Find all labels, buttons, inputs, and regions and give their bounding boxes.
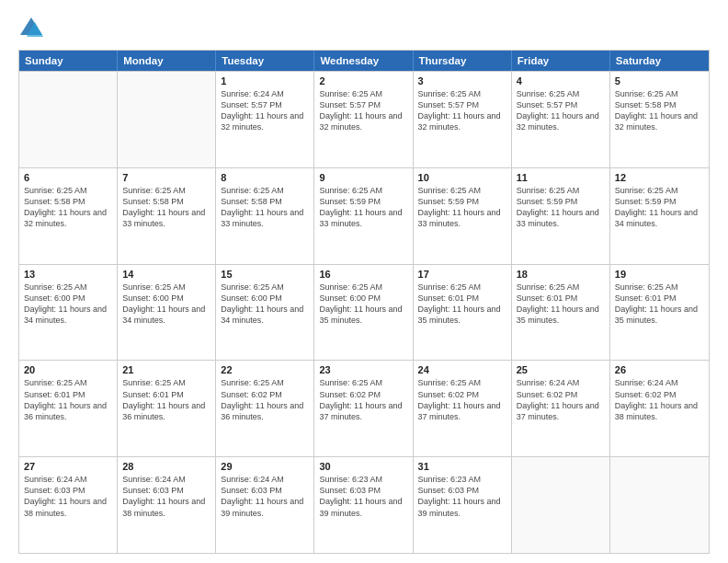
day-number: 21 [122,364,210,375]
day-info: Sunrise: 6:25 AMSunset: 5:58 PMDaylight:… [122,185,210,230]
day-number: 23 [319,364,407,375]
day-info: Sunrise: 6:25 AMSunset: 5:59 PMDaylight:… [615,185,704,230]
cal-cell: 30Sunrise: 6:23 AMSunset: 6:03 PMDayligh… [314,457,413,553]
day-info: Sunrise: 6:25 AMSunset: 6:02 PMDaylight:… [418,377,506,422]
cal-cell: 23Sunrise: 6:25 AMSunset: 6:02 PMDayligh… [314,361,413,456]
day-number: 12 [615,172,704,183]
day-info: Sunrise: 6:25 AMSunset: 6:01 PMDaylight:… [517,282,605,327]
cal-header-saturday: Saturday [610,51,709,71]
day-number: 16 [319,269,407,280]
day-number: 30 [319,461,407,472]
cal-cell: 5Sunrise: 6:25 AMSunset: 5:58 PMDaylight… [610,72,709,167]
cal-week-2: 6Sunrise: 6:25 AMSunset: 5:58 PMDaylight… [19,167,709,264]
cal-cell [19,72,118,167]
day-info: Sunrise: 6:25 AMSunset: 6:00 PMDaylight:… [122,282,210,327]
day-info: Sunrise: 6:25 AMSunset: 6:00 PMDaylight:… [319,282,407,327]
day-number: 28 [122,461,210,472]
day-number: 6 [24,172,112,183]
day-info: Sunrise: 6:23 AMSunset: 6:03 PMDaylight:… [319,474,407,519]
day-info: Sunrise: 6:24 AMSunset: 6:03 PMDaylight:… [221,474,309,519]
cal-header-monday: Monday [118,51,216,71]
calendar-header-row: SundayMondayTuesdayWednesdayThursdayFrid… [19,51,709,71]
day-info: Sunrise: 6:25 AMSunset: 6:01 PMDaylight:… [24,377,112,422]
cal-cell [118,72,216,167]
cal-cell: 11Sunrise: 6:25 AMSunset: 5:59 PMDayligh… [512,168,610,264]
day-info: Sunrise: 6:25 AMSunset: 6:01 PMDaylight:… [418,282,506,327]
day-number: 25 [517,364,605,375]
day-info: Sunrise: 6:25 AMSunset: 5:59 PMDaylight:… [418,185,506,230]
day-info: Sunrise: 6:24 AMSunset: 6:03 PMDaylight:… [122,474,210,519]
day-number: 4 [517,75,605,86]
day-number: 2 [319,75,407,86]
cal-week-3: 13Sunrise: 6:25 AMSunset: 6:00 PMDayligh… [19,264,709,361]
day-number: 9 [319,172,407,183]
cal-cell: 20Sunrise: 6:25 AMSunset: 6:01 PMDayligh… [19,361,118,456]
cal-cell: 19Sunrise: 6:25 AMSunset: 6:01 PMDayligh… [610,265,709,361]
day-info: Sunrise: 6:25 AMSunset: 6:02 PMDaylight:… [221,377,309,422]
header [18,15,710,40]
day-info: Sunrise: 6:25 AMSunset: 5:58 PMDaylight:… [615,88,704,133]
day-number: 19 [615,269,704,280]
day-number: 3 [418,75,506,86]
cal-cell: 31Sunrise: 6:23 AMSunset: 6:03 PMDayligh… [414,457,512,553]
day-info: Sunrise: 6:25 AMSunset: 5:59 PMDaylight:… [319,185,407,230]
day-number: 15 [221,269,309,280]
day-number: 29 [221,461,309,472]
cal-cell: 26Sunrise: 6:24 AMSunset: 6:02 PMDayligh… [610,361,709,456]
day-number: 22 [221,364,309,375]
cal-cell: 15Sunrise: 6:25 AMSunset: 6:00 PMDayligh… [216,265,314,361]
day-number: 27 [24,461,112,472]
day-number: 14 [122,269,210,280]
cal-cell: 14Sunrise: 6:25 AMSunset: 6:00 PMDayligh… [118,265,216,361]
cal-week-4: 20Sunrise: 6:25 AMSunset: 6:01 PMDayligh… [19,360,709,456]
cal-cell: 13Sunrise: 6:25 AMSunset: 6:00 PMDayligh… [19,265,118,361]
cal-cell: 12Sunrise: 6:25 AMSunset: 5:59 PMDayligh… [610,168,709,264]
day-info: Sunrise: 6:24 AMSunset: 6:03 PMDaylight:… [24,474,112,519]
cal-cell: 28Sunrise: 6:24 AMSunset: 6:03 PMDayligh… [118,457,216,553]
day-info: Sunrise: 6:24 AMSunset: 5:57 PMDaylight:… [221,88,309,133]
day-number: 18 [517,269,605,280]
logo [18,15,50,40]
cal-cell: 4Sunrise: 6:25 AMSunset: 5:57 PMDaylight… [512,72,610,167]
cal-cell: 10Sunrise: 6:25 AMSunset: 5:59 PMDayligh… [414,168,512,264]
day-number: 24 [418,364,506,375]
day-number: 26 [615,364,704,375]
day-info: Sunrise: 6:25 AMSunset: 5:58 PMDaylight:… [24,185,112,230]
cal-cell: 7Sunrise: 6:25 AMSunset: 5:58 PMDaylight… [118,168,216,264]
page: SundayMondayTuesdayWednesdayThursdayFrid… [0,0,728,563]
cal-cell: 9Sunrise: 6:25 AMSunset: 5:59 PMDaylight… [314,168,413,264]
day-number: 13 [24,269,112,280]
day-info: Sunrise: 6:25 AMSunset: 6:01 PMDaylight:… [122,377,210,422]
day-info: Sunrise: 6:24 AMSunset: 6:02 PMDaylight:… [517,377,605,422]
cal-cell: 25Sunrise: 6:24 AMSunset: 6:02 PMDayligh… [512,361,610,456]
cal-cell: 6Sunrise: 6:25 AMSunset: 5:58 PMDaylight… [19,168,118,264]
day-info: Sunrise: 6:24 AMSunset: 6:02 PMDaylight:… [615,377,704,422]
cal-cell [512,457,610,553]
day-info: Sunrise: 6:25 AMSunset: 5:57 PMDaylight:… [517,88,605,133]
day-info: Sunrise: 6:25 AMSunset: 5:57 PMDaylight:… [418,88,506,133]
day-number: 17 [418,269,506,280]
day-info: Sunrise: 6:25 AMSunset: 6:02 PMDaylight:… [319,377,407,422]
cal-cell: 16Sunrise: 6:25 AMSunset: 6:00 PMDayligh… [314,265,413,361]
cal-week-1: 1Sunrise: 6:24 AMSunset: 5:57 PMDaylight… [19,71,709,167]
calendar-body: 1Sunrise: 6:24 AMSunset: 5:57 PMDaylight… [19,71,709,553]
cal-header-thursday: Thursday [414,51,512,71]
cal-cell: 21Sunrise: 6:25 AMSunset: 6:01 PMDayligh… [118,361,216,456]
cal-cell: 17Sunrise: 6:25 AMSunset: 6:01 PMDayligh… [414,265,512,361]
cal-cell: 2Sunrise: 6:25 AMSunset: 5:57 PMDaylight… [314,72,413,167]
cal-header-friday: Friday [512,51,610,71]
day-number: 7 [122,172,210,183]
cal-cell: 22Sunrise: 6:25 AMSunset: 6:02 PMDayligh… [216,361,314,456]
day-number: 5 [615,75,704,86]
day-info: Sunrise: 6:25 AMSunset: 5:58 PMDaylight:… [221,185,309,230]
cal-cell [610,457,709,553]
day-info: Sunrise: 6:25 AMSunset: 6:01 PMDaylight:… [615,282,704,327]
calendar: SundayMondayTuesdayWednesdayThursdayFrid… [18,50,710,554]
day-info: Sunrise: 6:25 AMSunset: 6:00 PMDaylight:… [24,282,112,327]
cal-cell: 29Sunrise: 6:24 AMSunset: 6:03 PMDayligh… [216,457,314,553]
day-info: Sunrise: 6:23 AMSunset: 6:03 PMDaylight:… [418,474,506,519]
day-number: 20 [24,364,112,375]
cal-cell: 24Sunrise: 6:25 AMSunset: 6:02 PMDayligh… [414,361,512,456]
cal-cell: 3Sunrise: 6:25 AMSunset: 5:57 PMDaylight… [414,72,512,167]
day-number: 8 [221,172,309,183]
